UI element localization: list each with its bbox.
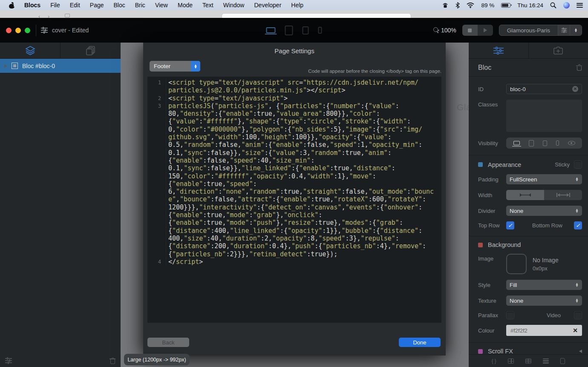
code-hint-text: Code will appear before the closing </bo… bbox=[308, 69, 441, 74]
play-preview-button[interactable] bbox=[478, 25, 493, 36]
add-bric-icon bbox=[553, 46, 563, 55]
modal-title: Page Settings bbox=[143, 47, 446, 54]
menu-bar-clock[interactable]: Thu 16:24 bbox=[517, 2, 543, 9]
clear-colour-icon[interactable]: ✕ bbox=[573, 327, 578, 334]
visibility-tablet-portrait-icon[interactable] bbox=[543, 140, 547, 146]
project-settings-icon[interactable] bbox=[41, 28, 48, 33]
page-settings-modal: Page Settings Footer ▲▼ Code will appear… bbox=[143, 43, 446, 356]
breakpoint-tablet-button[interactable] bbox=[285, 26, 293, 35]
tab-inspector[interactable] bbox=[469, 43, 528, 58]
background-image-well[interactable] bbox=[506, 254, 527, 274]
template-settings-icon[interactable] bbox=[561, 28, 567, 32]
colour-field[interactable]: #f2f2f2 ✕ bbox=[506, 325, 582, 336]
done-button[interactable]: Done bbox=[399, 338, 441, 347]
zoom-control[interactable]: ▾ 100% bbox=[433, 27, 456, 34]
code-lines: 1<script type="text/javascript" src="htt… bbox=[147, 77, 441, 266]
breakpoint-tablet-portrait-button[interactable] bbox=[303, 26, 309, 34]
code-line: 0.1,"sync":false}},"size":{"value":3,"ra… bbox=[147, 149, 441, 157]
parallax-checkbox[interactable] bbox=[506, 311, 514, 319]
delete-bloc-icon[interactable] bbox=[576, 64, 582, 71]
trash-icon[interactable] bbox=[110, 358, 115, 364]
breakpoint-desktop-button[interactable] bbox=[266, 27, 276, 33]
back-button[interactable]: Back bbox=[147, 338, 189, 347]
visibility-eye-icon[interactable] bbox=[568, 141, 575, 145]
spotlight-icon[interactable] bbox=[550, 2, 556, 9]
menu-page[interactable]: Page bbox=[90, 2, 104, 9]
texture-dropdown[interactable]: None ▲▼ bbox=[506, 295, 582, 306]
width-full-button[interactable] bbox=[544, 190, 582, 200]
visibility-desktop-icon[interactable] bbox=[513, 141, 520, 145]
notification-center-icon[interactable] bbox=[576, 3, 583, 8]
apple-icon[interactable] bbox=[9, 2, 15, 9]
minimize-window-button[interactable] bbox=[15, 28, 21, 33]
wifi-icon[interactable] bbox=[467, 3, 474, 8]
disclosure-triangle-icon[interactable] bbox=[4, 64, 7, 68]
background-swatch-icon bbox=[478, 243, 483, 247]
classes-input[interactable] bbox=[506, 100, 582, 132]
document-icon[interactable] bbox=[560, 358, 565, 364]
scrollfx-disclosure-icon[interactable] bbox=[579, 350, 582, 353]
menu-mode[interactable]: Mode bbox=[178, 2, 193, 9]
bluetooth-icon[interactable] bbox=[455, 2, 460, 9]
code-editor[interactable]: 1<script type="text/javascript" src="htt… bbox=[147, 77, 441, 323]
window-grid-icon[interactable] bbox=[508, 358, 514, 364]
zoom-window-button[interactable] bbox=[25, 28, 30, 33]
width-contained-button[interactable] bbox=[506, 190, 544, 200]
padding-dropdown[interactable]: FullScreen ▲▼ bbox=[506, 174, 582, 184]
code-line: particles.js@2.0.0/particles.min.js"></s… bbox=[147, 86, 441, 94]
page-settings-icon[interactable] bbox=[5, 358, 12, 363]
app-title-bar: cover - Edited ▾ 100% Glamorous-Paris ▲▼ bbox=[0, 18, 588, 43]
menu-text[interactable]: Text bbox=[202, 2, 213, 9]
template-name: Glamorous-Paris bbox=[499, 27, 558, 34]
menu-help[interactable]: Help bbox=[291, 2, 303, 9]
menu-file[interactable]: File bbox=[50, 2, 60, 9]
menu-window[interactable]: Window bbox=[223, 2, 245, 9]
clear-id-icon[interactable]: ✕ bbox=[572, 86, 578, 92]
address-bar-fragment bbox=[222, 13, 411, 18]
code-line: 400,"size":40,"duration":2,"opacity":8,"… bbox=[147, 235, 441, 242]
visibility-tablet-icon[interactable] bbox=[529, 140, 534, 146]
code-braces-icon[interactable]: { } bbox=[492, 358, 496, 364]
top-row-checkbox[interactable]: ✓ bbox=[506, 221, 514, 229]
stop-icon bbox=[468, 29, 472, 32]
grid-icon[interactable] bbox=[525, 358, 531, 364]
video-checkbox[interactable] bbox=[574, 311, 582, 319]
code-line: {"distance":400,"line_linked":{"opacity"… bbox=[147, 227, 441, 235]
divider-dropdown[interactable]: None ▲▼ bbox=[506, 206, 582, 216]
tab-layer-tree[interactable] bbox=[0, 43, 60, 58]
layer-row-bloc-0[interactable]: Bloc #bloc-0 bbox=[0, 59, 121, 73]
background-window-sliver: ‹ › bbox=[0, 10, 588, 18]
close-window-button[interactable] bbox=[6, 28, 12, 33]
menu-blocs[interactable]: Blocs bbox=[24, 2, 40, 9]
parallax-label: Parallax bbox=[478, 312, 506, 318]
visibility-mobile-icon[interactable] bbox=[556, 140, 559, 146]
menu-items: BlocsFileEditPageBlocBricViewModeTextWin… bbox=[24, 2, 303, 9]
left-sidebar: Bloc #bloc-0 bbox=[0, 43, 121, 367]
style-stepper-icon: ▲▼ bbox=[575, 283, 579, 287]
code-line: {"enable":true,"mode":"push"},"resize":t… bbox=[147, 219, 441, 227]
siri-icon[interactable] bbox=[563, 2, 570, 9]
bottom-row-label: Bottom Row bbox=[532, 222, 562, 229]
bottom-row-checkbox[interactable]: ✓ bbox=[574, 221, 582, 229]
menu-edit[interactable]: Edit bbox=[70, 2, 80, 9]
id-input[interactable]: bloc-0 ✕ bbox=[506, 84, 582, 94]
tab-add-bric[interactable] bbox=[528, 43, 588, 58]
code-line: {"particles_nb":2}}},"retina_detect":tru… bbox=[147, 250, 441, 258]
bric-bar: { } bbox=[469, 354, 588, 367]
id-label: ID bbox=[478, 86, 506, 92]
template-select[interactable]: Glamorous-Paris ▲▼ bbox=[499, 25, 582, 36]
hotspot-lock-icon[interactable] bbox=[442, 2, 449, 9]
sticky-checkbox[interactable] bbox=[574, 161, 582, 169]
menu-developer[interactable]: Developer bbox=[254, 2, 281, 9]
menu-bloc[interactable]: Bloc bbox=[114, 2, 125, 9]
menu-bric[interactable]: Bric bbox=[135, 2, 145, 9]
style-dropdown[interactable]: Fill ▲▼ bbox=[506, 280, 582, 290]
stop-preview-button[interactable] bbox=[462, 25, 478, 36]
pages-icon bbox=[86, 46, 95, 55]
tab-pages[interactable] bbox=[60, 43, 121, 58]
code-location-select[interactable]: Footer ▲▼ bbox=[150, 61, 200, 72]
list-icon[interactable] bbox=[543, 358, 549, 364]
template-stepper-icon[interactable]: ▲▼ bbox=[574, 28, 578, 32]
breakpoint-mobile-button[interactable] bbox=[318, 27, 322, 34]
menu-view[interactable]: View bbox=[155, 2, 168, 9]
